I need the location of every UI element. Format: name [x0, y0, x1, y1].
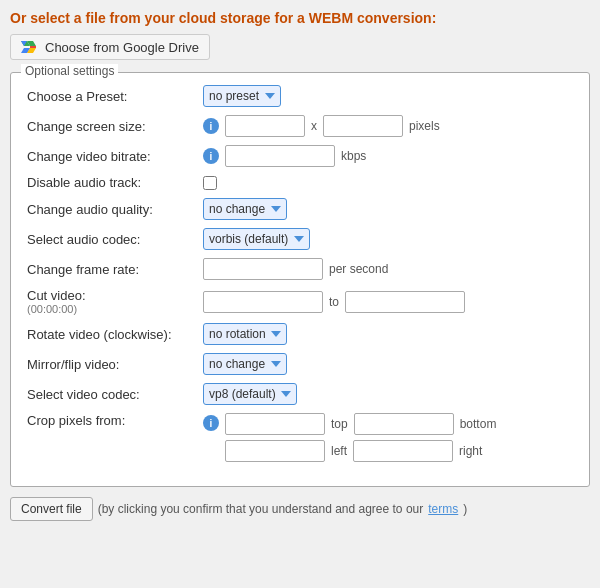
video-codec-select[interactable]: vp8 (default) vp9 — [203, 383, 297, 405]
video-codec-label: Select video codec: — [27, 387, 197, 402]
cut-video-end-input[interactable] — [345, 291, 465, 313]
crop-inputs: top bottom left right — [225, 413, 496, 462]
top-label: top — [331, 417, 348, 431]
disable-audio-label: Disable audio track: — [27, 175, 197, 190]
video-codec-row: Select video codec: vp8 (default) vp9 — [27, 383, 573, 405]
crop-pixels-label: Crop pixels from: — [27, 413, 197, 428]
audio-quality-label: Change audio quality: — [27, 202, 197, 217]
crop-top-input[interactable] — [225, 413, 325, 435]
kbps-label: kbps — [341, 149, 366, 163]
convert-description: (by clicking you confirm that you unders… — [98, 502, 424, 516]
screen-size-width-input[interactable] — [225, 115, 305, 137]
screen-size-label: Change screen size: — [27, 119, 197, 134]
rotate-video-row: Rotate video (clockwise): no rotation 90… — [27, 323, 573, 345]
mirror-video-select[interactable]: no change horizontal vertical — [203, 353, 287, 375]
audio-quality-select[interactable]: no change low medium high — [203, 198, 287, 220]
per-second-label: per second — [329, 262, 388, 276]
disable-audio-checkbox[interactable] — [203, 176, 217, 190]
video-bitrate-label: Change video bitrate: — [27, 149, 197, 164]
preset-select[interactable]: no preset web hd — [203, 85, 281, 107]
settings-legend: Optional settings — [21, 64, 118, 78]
bottom-bar: Convert file (by clicking you confirm th… — [10, 497, 590, 521]
convert-button[interactable]: Convert file — [10, 497, 93, 521]
screen-size-row: Change screen size: i x pixels — [27, 115, 573, 137]
crop-info-icon[interactable]: i — [203, 415, 219, 431]
rotate-video-select[interactable]: no rotation 90° 180° 270° — [203, 323, 287, 345]
crop-pixels-row: Crop pixels from: i top bottom left righ… — [27, 413, 573, 462]
video-bitrate-row: Change video bitrate: i kbps — [27, 145, 573, 167]
preset-row: Choose a Preset: no preset web hd — [27, 85, 573, 107]
rotate-video-label: Rotate video (clockwise): — [27, 327, 197, 342]
terms-link[interactable]: terms — [428, 502, 458, 516]
crop-left-input[interactable] — [225, 440, 325, 462]
audio-codec-label: Select audio codec: — [27, 232, 197, 247]
preset-label: Choose a Preset: — [27, 89, 197, 104]
video-bitrate-info-icon[interactable]: i — [203, 148, 219, 164]
frame-rate-row: Change frame rate: per second — [27, 258, 573, 280]
pixels-label: pixels — [409, 119, 440, 133]
svg-marker-4 — [30, 46, 36, 48]
right-label: right — [459, 444, 482, 458]
bottom-label: bottom — [460, 417, 497, 431]
disable-audio-row: Disable audio track: — [27, 175, 573, 190]
cut-video-start-input[interactable] — [203, 291, 323, 313]
google-drive-button-label: Choose from Google Drive — [45, 40, 199, 55]
x-label: x — [311, 119, 317, 133]
header-text: Or select a file from your cloud storage… — [10, 10, 590, 26]
screen-size-height-input[interactable] — [323, 115, 403, 137]
audio-codec-row: Select audio codec: vorbis (default) mp3… — [27, 228, 573, 250]
crop-left-row: left right — [225, 440, 496, 462]
screen-size-info-icon[interactable]: i — [203, 118, 219, 134]
to-label: to — [329, 295, 339, 309]
audio-codec-select[interactable]: vorbis (default) mp3 aac — [203, 228, 310, 250]
mirror-video-row: Mirror/flip video: no change horizontal … — [27, 353, 573, 375]
google-drive-icon — [21, 39, 39, 55]
crop-right-input[interactable] — [353, 440, 453, 462]
crop-bottom-input[interactable] — [354, 413, 454, 435]
close-paren: ) — [463, 502, 467, 516]
cut-video-row: Cut video: (00:00:00) to — [27, 288, 573, 315]
crop-top-row: top bottom — [225, 413, 496, 435]
google-drive-button[interactable]: Choose from Google Drive — [10, 34, 210, 60]
optional-settings-panel: Optional settings Choose a Preset: no pr… — [10, 72, 590, 487]
mirror-video-label: Mirror/flip video: — [27, 357, 197, 372]
cut-video-sublabel: (00:00:00) — [27, 303, 197, 315]
video-bitrate-input[interactable] — [225, 145, 335, 167]
frame-rate-label: Change frame rate: — [27, 262, 197, 277]
frame-rate-input[interactable] — [203, 258, 323, 280]
left-label: left — [331, 444, 347, 458]
audio-quality-row: Change audio quality: no change low medi… — [27, 198, 573, 220]
cut-video-label: Cut video: — [27, 288, 197, 303]
